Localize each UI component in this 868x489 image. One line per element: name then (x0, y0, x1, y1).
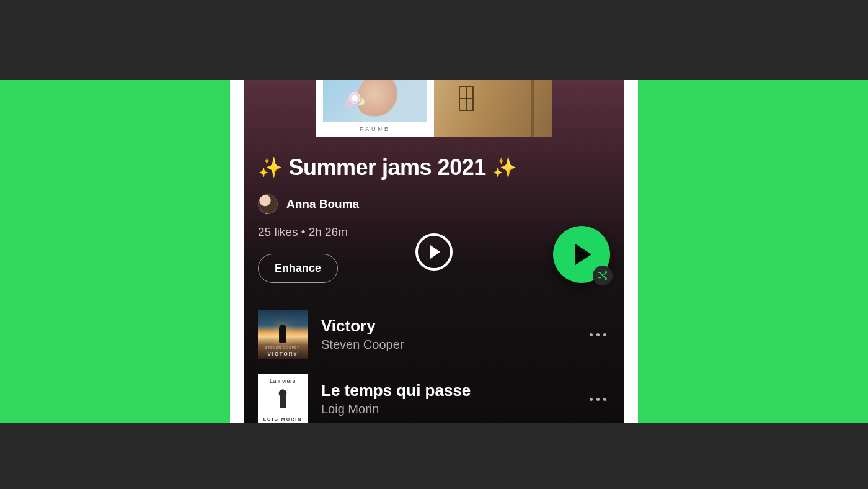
shuffle-icon (597, 270, 608, 281)
track-title: Victory (321, 317, 572, 336)
track-meta: Victory Steven Cooper (321, 317, 572, 352)
play-button[interactable] (553, 226, 610, 283)
playlist-cover-collage: FAUNE (316, 80, 552, 137)
app-screen: FAUNE ✨ Summer jams 2021 ✨ Anna Bouma 25… (244, 80, 624, 423)
more-icon (590, 333, 593, 336)
cover-art-left: FAUNE (316, 80, 434, 137)
track-more-button[interactable] (585, 387, 610, 411)
track-artwork-text-bottom: LOIG MORIN (264, 417, 302, 421)
track-artist: Steven Cooper (321, 338, 572, 352)
track-row[interactable]: La rivière LOIG MORIN Le temps qui passe… (258, 367, 610, 423)
playlist-stats: 25 likes • 2h 26m (258, 225, 348, 239)
track-meta: Le temps qui passe Loig Morin (321, 382, 572, 417)
track-title: Le temps qui passe (321, 382, 572, 400)
playlist-owner-row[interactable]: Anna Bouma (258, 194, 359, 214)
preview-play-button[interactable] (415, 233, 453, 271)
playlist-owner-name: Anna Bouma (286, 197, 359, 211)
avatar (258, 194, 278, 214)
cover-art-left-caption: FAUNE (360, 126, 391, 132)
enhance-button-label: Enhance (275, 262, 321, 274)
track-artwork: La rivière LOIG MORIN (258, 374, 308, 423)
track-artwork-text-top: La rivière (270, 378, 296, 384)
phone-frame: FAUNE ✨ Summer jams 2021 ✨ Anna Bouma 25… (230, 80, 638, 423)
track-artwork: STEVEN COOPER VICTORY (258, 310, 308, 359)
more-icon (596, 333, 600, 336)
track-list: STEVEN COOPER VICTORY Victory Steven Coo… (258, 302, 610, 423)
track-artwork-text-bottom: VICTORY (258, 351, 308, 357)
more-icon (590, 398, 593, 401)
play-icon (430, 245, 440, 259)
more-icon (603, 333, 606, 336)
sparkle-icon: ✨ (492, 158, 517, 177)
enhance-button[interactable]: Enhance (258, 254, 338, 283)
cover-art-left-image (323, 80, 427, 122)
track-artist: Loig Morin (321, 402, 572, 416)
shuffle-badge[interactable] (593, 266, 613, 285)
play-icon (575, 244, 591, 265)
track-row[interactable]: STEVEN COOPER VICTORY Victory Steven Coo… (258, 302, 610, 367)
more-icon (596, 398, 600, 401)
cover-art-right (434, 80, 552, 137)
more-icon (603, 398, 606, 401)
sparkle-icon: ✨ (258, 158, 283, 177)
playlist-title: Summer jams 2021 (289, 155, 486, 181)
track-more-button[interactable] (585, 322, 610, 347)
track-artwork-text-top: STEVEN COOPER (258, 346, 308, 349)
playlist-title-row: ✨ Summer jams 2021 ✨ (258, 155, 610, 181)
